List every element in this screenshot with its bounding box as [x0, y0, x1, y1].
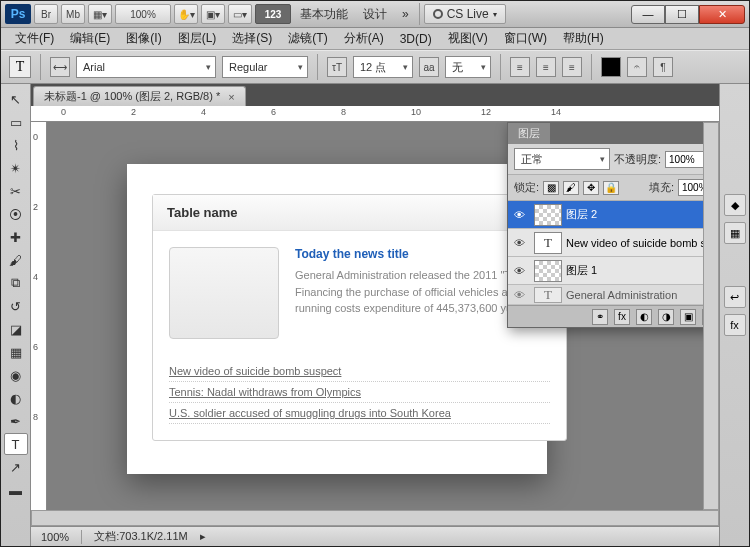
scrollbar-vertical[interactable]: [703, 122, 719, 510]
ruler-vertical[interactable]: 02468: [31, 122, 47, 510]
menu-select[interactable]: 选择(S): [224, 30, 280, 47]
new-layer-button[interactable]: ▦: [702, 309, 703, 325]
link-layers-button[interactable]: ⚭: [592, 309, 608, 325]
history-panel-icon[interactable]: ↩: [724, 286, 746, 308]
crop-tool[interactable]: ✂: [4, 180, 28, 202]
layers-panel-tab[interactable]: 图层: [508, 123, 550, 144]
lock-all-button[interactable]: 🔒: [603, 181, 619, 195]
app-logo[interactable]: Ps: [5, 4, 31, 24]
screenmode-button[interactable]: ▭▾: [228, 4, 252, 24]
layer-row[interactable]: 👁 图层 2: [508, 201, 703, 229]
layer-row[interactable]: 👁 T New video of suicide bomb s...: [508, 229, 703, 257]
layer-row[interactable]: 👁 T General Administration: [508, 285, 703, 305]
menu-layer[interactable]: 图层(L): [170, 30, 225, 47]
layer-thumbnail[interactable]: T: [534, 287, 562, 303]
menu-image[interactable]: 图像(I): [118, 30, 169, 47]
menu-edit[interactable]: 编辑(E): [62, 30, 118, 47]
layer-thumbnail[interactable]: [534, 204, 562, 226]
antialias-dropdown[interactable]: 无: [445, 56, 491, 78]
lock-pixels-button[interactable]: 🖌: [563, 181, 579, 195]
workspace-basic[interactable]: 基本功能: [294, 6, 354, 23]
menu-view[interactable]: 视图(V): [440, 30, 496, 47]
close-button[interactable]: ✕: [699, 5, 745, 24]
canvas[interactable]: Table name Today the news title General …: [47, 122, 703, 510]
adjustment-layer-button[interactable]: ◑: [658, 309, 674, 325]
eyedropper-tool[interactable]: ⦿: [4, 203, 28, 225]
align-center-button[interactable]: ≡: [536, 57, 556, 77]
font-family-dropdown[interactable]: Arial: [76, 56, 216, 78]
marquee-tool[interactable]: ▭: [4, 111, 28, 133]
status-zoom[interactable]: 100%: [41, 531, 69, 543]
menu-analysis[interactable]: 分析(A): [336, 30, 392, 47]
arrange-button[interactable]: ▣▾: [201, 4, 225, 24]
menu-file[interactable]: 文件(F): [7, 30, 62, 47]
text-color-swatch[interactable]: [601, 57, 621, 77]
stamp-tool[interactable]: ⧉: [4, 272, 28, 294]
menu-window[interactable]: 窗口(W): [496, 30, 555, 47]
character-panel-button[interactable]: ¶: [653, 57, 673, 77]
maximize-button[interactable]: ☐: [665, 5, 699, 24]
layer-mask-button[interactable]: ◐: [636, 309, 652, 325]
text-orientation-button[interactable]: ⟷: [50, 57, 70, 77]
dodge-tool[interactable]: ◐: [4, 387, 28, 409]
swatches-panel-icon[interactable]: ▦: [724, 222, 746, 244]
warp-text-button[interactable]: 𝄐: [627, 57, 647, 77]
close-tab-icon[interactable]: ×: [228, 91, 234, 103]
minibridge-button[interactable]: Mb: [61, 4, 85, 24]
visibility-icon[interactable]: 👁: [508, 289, 530, 301]
layer-thumbnail[interactable]: T: [534, 232, 562, 254]
menu-3d[interactable]: 3D(D): [392, 32, 440, 46]
layer-name[interactable]: General Administration: [566, 289, 703, 301]
lock-position-button[interactable]: ✥: [583, 181, 599, 195]
layer-thumbnail[interactable]: [534, 260, 562, 282]
hand-button[interactable]: ✋▾: [174, 4, 198, 24]
cslive-button[interactable]: CS Live▾: [424, 4, 506, 24]
workspace-design[interactable]: 设计: [357, 6, 393, 23]
healing-tool[interactable]: ✚: [4, 226, 28, 248]
gradient-tool[interactable]: ▦: [4, 341, 28, 363]
brush-tool[interactable]: 🖌: [4, 249, 28, 271]
bridge-button[interactable]: Br: [34, 4, 58, 24]
font-weight-dropdown[interactable]: Regular: [222, 56, 308, 78]
eraser-tool[interactable]: ◪: [4, 318, 28, 340]
lock-transparent-button[interactable]: ▩: [543, 181, 559, 195]
menu-help[interactable]: 帮助(H): [555, 30, 612, 47]
zoom-dropdown[interactable]: 100%: [115, 4, 171, 24]
layer-name[interactable]: New video of suicide bomb s...: [566, 237, 703, 249]
align-right-button[interactable]: ≡: [562, 57, 582, 77]
layers-panel[interactable]: 图层 ▸▸ ▾≡ 正常 不透明度: 100% ▸ 锁定: ▩ 🖌: [507, 122, 703, 328]
wand-tool[interactable]: ✴: [4, 157, 28, 179]
panel-collapse-icon[interactable]: ▸▸ ▾≡: [702, 123, 703, 144]
font-size-dropdown[interactable]: 12 点: [353, 56, 413, 78]
visibility-icon[interactable]: 👁: [508, 265, 530, 277]
blend-mode-dropdown[interactable]: 正常: [514, 148, 610, 170]
layer-style-button[interactable]: fx: [614, 309, 630, 325]
view-extras-button[interactable]: ▦▾: [88, 4, 112, 24]
character-panel-icon[interactable]: fx: [724, 314, 746, 336]
align-left-button[interactable]: ≡: [510, 57, 530, 77]
type-tool[interactable]: T: [4, 433, 28, 455]
menu-filter[interactable]: 滤镜(T): [280, 30, 335, 47]
status-flyout-icon[interactable]: ▸: [200, 530, 206, 543]
scrollbar-horizontal[interactable]: [31, 510, 719, 526]
minimize-button[interactable]: —: [631, 5, 665, 24]
visibility-icon[interactable]: 👁: [508, 209, 530, 221]
move-tool[interactable]: ↖: [4, 88, 28, 110]
document-tab[interactable]: 未标题-1 @ 100% (图层 2, RGB/8) * ×: [33, 86, 246, 106]
layer-row[interactable]: 👁 图层 1 fx ▾: [508, 257, 703, 285]
opacity-field[interactable]: 100%: [665, 151, 703, 168]
ruler-horizontal[interactable]: 02468101214: [31, 106, 719, 122]
current-tool-icon[interactable]: T: [9, 56, 31, 78]
lasso-tool[interactable]: ⌇: [4, 134, 28, 156]
num-indicator[interactable]: 123: [255, 4, 291, 24]
pen-tool[interactable]: ✒: [4, 410, 28, 432]
history-brush-tool[interactable]: ↺: [4, 295, 28, 317]
visibility-icon[interactable]: 👁: [508, 237, 530, 249]
path-tool[interactable]: ↗: [4, 456, 28, 478]
layer-name[interactable]: 图层 2: [566, 207, 703, 222]
fill-field[interactable]: 100%: [678, 179, 703, 196]
blur-tool[interactable]: ◉: [4, 364, 28, 386]
color-panel-icon[interactable]: ◆: [724, 194, 746, 216]
shape-tool[interactable]: ▬: [4, 479, 28, 501]
group-button[interactable]: ▣: [680, 309, 696, 325]
